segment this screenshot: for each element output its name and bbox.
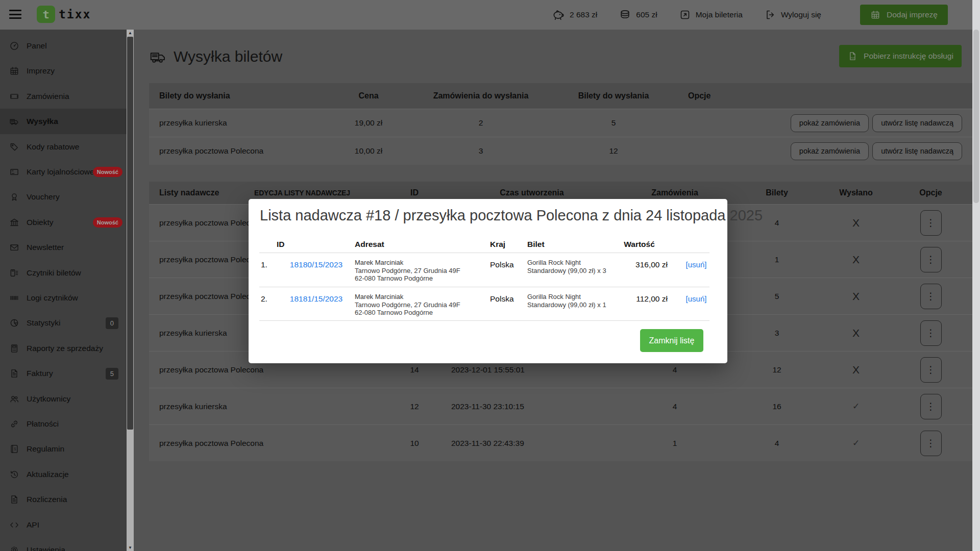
piggy-bank-icon <box>552 8 565 21</box>
row-options-button[interactable]: ⋮ <box>920 247 942 272</box>
col-header: Kraj <box>490 240 505 249</box>
sidebar-item-api[interactable]: API <box>0 512 127 538</box>
table-row: przesyłka kurierska 12 2023-11-30 23:10:… <box>149 388 972 424</box>
sidebar-item-obiekty[interactable]: Obiekty Nowość <box>0 210 127 235</box>
sidebar-label: Faktury <box>27 369 53 378</box>
sidebar-label: Wysyłka <box>27 117 58 126</box>
sidebar-item-uzytkownicy[interactable]: Użytkownicy <box>0 386 127 412</box>
download-manual-button[interactable]: PDF Pobierz instrukcję obsługi <box>839 45 962 67</box>
orders-count: 2 <box>414 118 547 128</box>
col-header: Bilety do wysłania <box>149 91 323 101</box>
sidebar-item-faktury[interactable]: Faktury 5 <box>0 361 127 386</box>
show-orders-button[interactable]: pokaż zamówienia <box>791 114 869 132</box>
menu-icon[interactable] <box>9 10 21 20</box>
medal-icon <box>9 192 19 202</box>
app-logo[interactable]: t tixx <box>37 6 91 23</box>
wallet-balance[interactable]: 2 683 zł <box>552 8 597 21</box>
sent-status: ✓ <box>823 438 889 448</box>
recipient-address: Marek Marciniak Tarnowo Podgórne, 27 Gru… <box>355 293 460 317</box>
sidebar-item-logi-czytnikow[interactable]: Logi czytników <box>0 285 127 311</box>
tickets-count: 5 <box>547 118 680 128</box>
col-header: Opcje <box>889 188 972 197</box>
sidebar-item-imprezy[interactable]: Imprezy <box>0 58 127 84</box>
create-dispatch-list-button[interactable]: utwórz listę nadawczą <box>872 142 962 160</box>
shipment-value: 316,00 zł <box>611 260 668 269</box>
sidebar-item-kody-rabatowe[interactable]: Kody rabatowe <box>0 134 127 160</box>
sidebar-item-ustawienia[interactable]: Ustawienia <box>0 537 127 551</box>
sidebar-item-czytniki-biletow[interactable]: Czytniki biletów <box>0 260 127 286</box>
sidebar-scrollbar-thumb[interactable] <box>127 37 133 430</box>
tag-icon <box>9 142 19 152</box>
row-options-button[interactable]: ⋮ <box>920 431 942 456</box>
remove-link[interactable]: [usuń] <box>676 260 716 269</box>
page-scrollbar[interactable] <box>972 0 980 551</box>
pdf-file-icon: PDF <box>847 51 857 61</box>
my-ticketing-link[interactable]: Moja bileteria <box>679 9 743 21</box>
shipment-id-link[interactable]: 18181/15/2023 <box>279 294 353 304</box>
row-options-button[interactable]: ⋮ <box>920 394 942 419</box>
page-title: Wysyłka biletów <box>174 48 282 65</box>
sidebar-label: Aktualizacje <box>27 470 69 479</box>
create-dispatch-list-button[interactable]: utwórz listę nadawczą <box>872 114 962 132</box>
dispatch-list-name: przesyłka pocztowa Polecona <box>149 218 251 228</box>
sidebar-item-raporty[interactable]: Raporty ze sprzedaży <box>0 336 127 361</box>
dispatch-list-name: przesyłka pocztowa Polecona <box>149 365 251 374</box>
scroll-up-icon[interactable]: ▲ <box>127 31 134 35</box>
divider <box>259 320 709 321</box>
gauge-icon <box>9 41 19 51</box>
row-options-button[interactable]: ⋮ <box>920 210 942 236</box>
sidebar-label: Vouchery <box>27 192 60 202</box>
shipping-method: przesyłka pocztowa Polecona <box>149 146 323 156</box>
kebab-icon: ⋮ <box>926 437 936 449</box>
sidebar-item-rozliczenia[interactable]: Rozliczenia <box>0 487 127 512</box>
modal-table-header: ID Adresat Kraj Bilet Wartość <box>249 240 727 253</box>
kebab-icon: ⋮ <box>926 290 936 302</box>
recipient-address: Marek Marciniak Tarnowo Podgórne, 27 Gru… <box>355 259 460 283</box>
shipping-method: przesyłka kurierska <box>149 118 323 128</box>
sidebar-item-zamowienia[interactable]: Zamówienia <box>0 84 127 109</box>
sidebar-item-statystyki[interactable]: Statystyki 0 <box>0 310 127 336</box>
sidebar-label: Ustawienia <box>27 545 65 551</box>
show-orders-button[interactable]: pokaż zamówienia <box>791 142 869 160</box>
shipment-value: 112,00 zł <box>611 294 668 304</box>
scroll-down-icon[interactable]: ▼ <box>127 545 134 550</box>
sidebar-scrollbar[interactable]: ▲ ▼ <box>127 30 134 551</box>
calendar-icon <box>870 10 880 20</box>
add-event-button[interactable]: Dodaj imprezę <box>860 5 948 25</box>
sidebar-item-platnosci[interactable]: Płatności <box>0 411 127 437</box>
col-header: ID <box>277 240 285 249</box>
credits-balance[interactable]: 605 zł <box>619 9 657 21</box>
logo-ticket-icon: t <box>37 6 55 23</box>
row-index: 2. <box>261 294 267 304</box>
dispatch-list-modal: Lista nadawcza #18 / przesyłka pocztowa … <box>249 199 727 363</box>
dispatch-list-name: przesyłka pocztowa Polecona <box>149 292 251 301</box>
col-header: Zamówienia <box>619 188 731 197</box>
sent-status: X <box>823 364 889 376</box>
shipping-price: 10,00 zł <box>323 146 414 156</box>
row-options-button[interactable]: ⋮ <box>920 320 942 346</box>
sidebar-item-aktualizacje[interactable]: Aktualizacje <box>0 462 127 487</box>
sidebar-item-panel[interactable]: Panel <box>0 33 127 59</box>
external-link-icon <box>679 9 691 21</box>
svg-text:§: § <box>14 446 16 451</box>
sidebar-item-karty-lojalnosciowe[interactable]: Karty lojalnościowe Nowość <box>0 159 127 185</box>
remove-link[interactable]: [usuń] <box>676 294 716 303</box>
sidebar-item-vouchery[interactable]: Vouchery <box>0 184 127 210</box>
page-scrollbar-thumb[interactable] <box>973 30 979 203</box>
ticket-info: Gorilla Rock Night Standardowy (99,00 zł… <box>527 293 606 309</box>
sidebar-item-regulamin[interactable]: § Regulamin <box>0 436 127 462</box>
sent-status: X <box>823 254 889 266</box>
row-options-button[interactable]: ⋮ <box>920 357 942 383</box>
close-list-button[interactable]: Zamknij listę <box>640 329 703 352</box>
logout-link[interactable]: Wyloguj się <box>764 9 821 21</box>
row-options-button[interactable]: ⋮ <box>920 284 942 309</box>
tickets-count: 3 <box>731 329 823 338</box>
created-at: 2023-11-30 22:43:39 <box>445 439 619 448</box>
credits-balance-value: 605 zł <box>636 10 657 19</box>
my-ticketing-label: Moja bileteria <box>696 10 743 19</box>
sidebar-item-wysylka[interactable]: Wysyłka <box>0 109 127 134</box>
sidebar-item-newsletter[interactable]: Newsletter <box>0 235 127 260</box>
shipment-id-link[interactable]: 18180/15/2023 <box>279 260 353 269</box>
country: Polska <box>490 260 514 269</box>
dispatch-list-name: przesyłka kurierska <box>149 329 251 338</box>
